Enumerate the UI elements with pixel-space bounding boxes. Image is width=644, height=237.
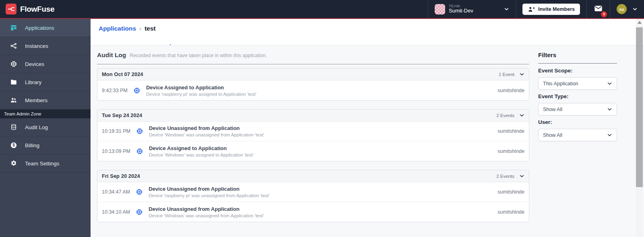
scroll-up-arrow-icon bbox=[638, 21, 642, 24]
audit-log-subtitle: Recorded events that have taken place in… bbox=[130, 53, 267, 58]
audit-group-header[interactable]: Tue Sep 24 2024 2 Events bbox=[97, 109, 529, 122]
filter-field: Event Scope: This Application bbox=[538, 68, 617, 90]
device-chip-icon bbox=[133, 87, 140, 94]
chevron-down-icon bbox=[607, 107, 612, 112]
breadcrumb-applications-link[interactable]: Applications bbox=[99, 25, 136, 32]
brand-name: FlowFuse bbox=[20, 5, 54, 14]
audit-event-row: 10:13:09 PM Device Assigned to Applicati… bbox=[97, 141, 529, 161]
event-time: 9:42:33 PM bbox=[102, 88, 128, 93]
tab-settings[interactable] bbox=[192, 38, 193, 45]
event-time: 10:19:31 PM bbox=[102, 128, 130, 134]
chevron-down-icon[interactable] bbox=[519, 113, 524, 118]
tab-devops-pipelines[interactable] bbox=[147, 38, 148, 45]
filter-field: Event Type: Show All bbox=[538, 93, 617, 115]
device-chip-icon bbox=[136, 148, 143, 155]
event-scope-select[interactable]: This Application bbox=[538, 77, 617, 90]
user-select[interactable]: Show All bbox=[538, 129, 617, 141]
filters-panel: Filters Event Scope: This Application Ev… bbox=[538, 52, 617, 231]
audit-divider bbox=[97, 64, 529, 64]
audit-group: Fri Sep 20 2024 2 Events 10:34:47 AM Dev… bbox=[97, 170, 529, 222]
audit-group-count: 2 Events bbox=[496, 113, 514, 118]
chevron-down-icon bbox=[504, 6, 509, 12]
chevron-down-icon bbox=[607, 132, 612, 138]
event-title: Device Assigned to Application bbox=[146, 84, 256, 91]
audit-groups: Mon Oct 07 2024 1 Event 9:42:33 PM Devic… bbox=[97, 68, 529, 222]
tab-audit-log[interactable] bbox=[170, 38, 171, 45]
sidebar-item-library[interactable]: Library bbox=[0, 73, 91, 91]
invite-members-button[interactable]: Invite Members bbox=[522, 4, 580, 15]
brand[interactable]: FlowFuse bbox=[0, 0, 60, 18]
invite-section: Invite Members bbox=[516, 0, 586, 18]
team-settings-icon bbox=[10, 160, 17, 167]
sidebar-item-billing[interactable]: $ Billing bbox=[0, 136, 91, 155]
tab-instances[interactable] bbox=[102, 38, 103, 45]
tab-devices-groups[interactable] bbox=[125, 38, 126, 45]
audit-group-count: 2 Events bbox=[496, 174, 514, 179]
chevron-down-icon[interactable] bbox=[519, 72, 524, 77]
team-admin-zone-label: Team Admin Zone bbox=[0, 109, 91, 118]
audit-group-date: Mon Oct 07 2024 bbox=[102, 71, 143, 77]
sidebar-item-label: Billing bbox=[25, 142, 39, 148]
filter-field: User: Show All bbox=[538, 119, 617, 141]
applications-icon bbox=[10, 24, 17, 31]
notifications-button[interactable]: 3 bbox=[593, 4, 603, 14]
audit-group-header[interactable]: Mon Oct 07 2024 1 Event bbox=[97, 68, 529, 80]
device-chip-icon bbox=[136, 208, 143, 216]
sidebar-item-audit-log[interactable]: Audit Log bbox=[0, 118, 91, 136]
team-selector[interactable]: TEAM: Sumit-Dev bbox=[428, 0, 516, 18]
event-title: Device Unassigned from Application bbox=[149, 206, 264, 212]
filters-title: Filters bbox=[538, 52, 617, 58]
event-title: Device Assigned to Application bbox=[149, 145, 254, 151]
flowfuse-logo-icon bbox=[6, 4, 17, 14]
invite-members-label: Invite Members bbox=[538, 6, 575, 12]
filter-label: Event Type: bbox=[538, 93, 617, 99]
notification-badge: 3 bbox=[601, 11, 607, 17]
sidebar-item-members[interactable]: Members bbox=[0, 91, 91, 109]
event-user: sumitshinde bbox=[497, 148, 524, 154]
sidebar-main-nav: Applications Instances Devices Library M… bbox=[0, 19, 91, 109]
chevron-down-icon[interactable] bbox=[632, 6, 638, 12]
tab-logs[interactable] bbox=[159, 38, 159, 45]
audit-group-count: 1 Event bbox=[499, 72, 514, 77]
vertical-scrollbar[interactable] bbox=[636, 19, 643, 237]
event-user: sumitshinde bbox=[497, 88, 524, 93]
scroll-up-button[interactable] bbox=[636, 19, 643, 26]
sidebar-item-team-settings[interactable]: Team Settings bbox=[0, 155, 91, 173]
sidebar-item-label: Devices bbox=[25, 61, 44, 67]
select-value: Show All bbox=[543, 107, 562, 112]
filter-label: User: bbox=[538, 119, 617, 125]
tab-devices[interactable] bbox=[114, 38, 114, 45]
audit-group-header[interactable]: Fri Sep 20 2024 2 Events bbox=[97, 170, 529, 182]
chevron-down-icon[interactable] bbox=[519, 173, 524, 179]
event-title: Device Unassigned from Application bbox=[149, 125, 264, 131]
user-avatar[interactable]: su bbox=[617, 4, 627, 14]
device-chip-icon bbox=[136, 188, 143, 196]
sidebar-item-applications[interactable]: Applications bbox=[0, 19, 91, 37]
audit-log-panel: Audit Log Recorded events that have take… bbox=[97, 52, 529, 231]
filter-fields: Event Scope: This Application Event Type… bbox=[538, 68, 617, 141]
audit-group: Tue Sep 24 2024 2 Events 10:19:31 PM Dev… bbox=[97, 109, 529, 161]
event-description: Device 'Windows' was unassigned from App… bbox=[149, 132, 264, 137]
audit-event-row: 10:34:47 AM Device Unassigned from Appli… bbox=[97, 182, 529, 202]
sidebar-item-label: Library bbox=[25, 79, 41, 85]
scrollbar-thumb[interactable] bbox=[636, 27, 643, 187]
event-type-select[interactable]: Show All bbox=[538, 103, 617, 115]
breadcrumb-current: test bbox=[144, 25, 156, 32]
person-plus-icon bbox=[528, 6, 535, 13]
tab-dependencies[interactable] bbox=[181, 38, 182, 45]
library-icon bbox=[10, 78, 17, 86]
sidebar-item-instances[interactable]: Instances bbox=[0, 37, 91, 55]
event-title: Device Unassigned from Application bbox=[149, 186, 269, 192]
chevron-down-icon bbox=[607, 81, 612, 86]
sidebar-item-label: Team Settings bbox=[25, 161, 60, 167]
sidebar-item-devices[interactable]: Devices bbox=[0, 55, 91, 73]
user-section: su bbox=[610, 0, 644, 18]
select-value: Show All bbox=[543, 132, 562, 138]
billing-icon: $ bbox=[10, 142, 17, 149]
event-user: sumitshinde bbox=[497, 189, 524, 195]
notifications-section: 3 bbox=[586, 0, 610, 18]
tab-snapshots[interactable] bbox=[136, 38, 137, 45]
audit-group-date: Tue Sep 24 2024 bbox=[102, 112, 142, 118]
application-tabs bbox=[99, 38, 644, 45]
audit-event-row: 10:19:31 PM Device Unassigned from Appli… bbox=[97, 122, 529, 141]
